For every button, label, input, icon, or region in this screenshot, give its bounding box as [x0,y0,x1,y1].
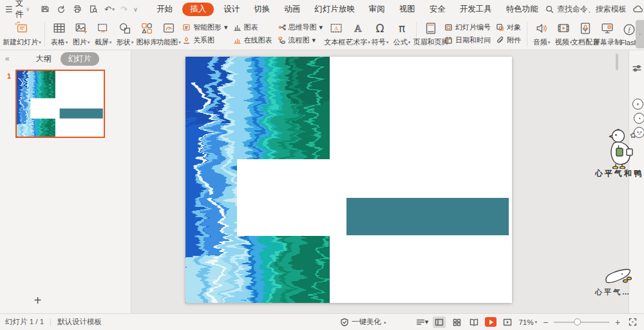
search-icon [545,5,554,14]
caret-down-icon: ▾ [535,320,537,325]
tab-transitions[interactable]: 切换 [247,2,277,17]
paperclip-icon [496,36,504,44]
hamburger-icon: ☰ [5,5,13,14]
caret-up-icon: ▴ [384,320,386,325]
divider [44,22,45,46]
slide-number-button[interactable]: 幻灯片编号 [444,23,491,32]
svg-text:f: f [629,26,631,33]
object-button[interactable]: 对象 [496,23,521,32]
beautify-icon [340,318,349,327]
print-button[interactable] [72,4,82,14]
screenshot-icon: ✂ [96,21,110,36]
flowchart-button[interactable]: 流程图▾ [278,35,323,45]
formula-button[interactable]: π 公式▾ [391,19,413,48]
header-footer-button[interactable]: 页眉和页脚 [420,19,442,48]
smartart-button[interactable]: 智能图形▾ [182,23,228,32]
datetime-button[interactable]: 日期和时间 [444,35,491,45]
file-menu-button[interactable]: ☰ 文件 ∨ [5,0,30,20]
tab-design[interactable]: 设计 [216,2,247,17]
reading-view-button[interactable] [468,316,480,328]
slide-thumbnail[interactable] [15,70,105,138]
add-slide-button[interactable]: + [25,293,51,308]
fit-slide-button[interactable] [626,316,639,328]
new-slide-button[interactable]: 新建幻灯片▾ [3,19,41,48]
pet-plus-button[interactable]: + [632,99,643,110]
wordart-button[interactable]: A 艺术字▾ [347,19,369,48]
sync-status-button[interactable]: 未同步 ▾ [633,4,644,15]
zoom-level-button[interactable]: 71% ▾ [518,318,537,326]
editing-canvas[interactable] [131,50,629,313]
zoom-slider[interactable] [554,318,609,327]
svg-text:A: A [354,23,362,34]
attachment-button[interactable]: 附件 [496,35,521,45]
screen-record-icon [600,21,614,36]
screen-record-button[interactable]: 屏幕录制 [596,19,618,48]
play-icon [489,320,493,325]
audio-icon [535,21,549,36]
command-search[interactable]: 查找命令、搜索模板 [545,4,627,15]
ribbon-scroll-handle[interactable]: › [636,20,644,48]
shapes-button[interactable]: 形状▾ [114,19,136,48]
canvas-scrollbar[interactable] [616,53,618,70]
slide-white-block[interactable] [237,159,331,236]
tab-slides[interactable]: 幻灯片 [61,52,99,66]
normal-view-button[interactable] [433,316,446,328]
relation-diagram-button[interactable]: 关系图 [182,35,228,45]
slide-number-icon [444,23,453,32]
tab-home[interactable]: 开始 [149,2,180,17]
icon-library-icon [140,21,154,36]
tab-review[interactable]: 审阅 [362,2,392,17]
online-chart-icon [233,36,242,44]
chart-button[interactable]: 图表 [233,23,272,32]
tab-outline[interactable]: 大纲 [36,53,52,64]
omega-icon: Ω [376,21,384,36]
icon-library-button[interactable]: 图标库 [136,19,158,48]
svg-text:A: A [334,25,339,32]
textbox-button[interactable]: A 文本框▾ [325,19,347,48]
pet-face-button[interactable] [634,127,644,138]
tab-special-features[interactable]: 特色功能 [499,2,545,17]
ribbon-insert: 新建幻灯片▾ 表格▾ 图片▾ ✂ 截屏▾ 形状▾ [0,18,644,50]
function-diagram-button[interactable]: 功能图▾ [158,19,180,48]
slideshow-play-button[interactable] [485,317,497,327]
undo-button[interactable]: ↶ ▾ [104,5,115,14]
tab-security[interactable]: 安全 [422,2,453,17]
screenshot-button[interactable]: ✂ 截屏▾ [92,19,114,48]
tab-devtools[interactable]: 开发工具 [453,2,499,17]
thumb-white-block [30,98,55,119]
tab-animation[interactable]: 动画 [277,2,307,17]
desktop-pet-duck-diving[interactable] [603,263,632,288]
export-button[interactable] [56,4,66,14]
mindmap-button[interactable]: 思维导图▾ [278,23,323,32]
table-button[interactable]: 表格▾ [48,19,70,48]
slide[interactable] [185,57,512,303]
picture-button[interactable]: 图片▾ [70,19,92,48]
print-preview-button[interactable] [88,4,99,14]
template-name[interactable]: 默认设计模板 [57,317,102,327]
pet-clock-button[interactable]: ◔ [634,113,644,124]
panel-collapse-button[interactable]: « [5,54,10,63]
save-button[interactable] [40,4,50,14]
slide-sorter-view-button[interactable] [450,316,463,328]
notes-toggle-button[interactable]: ▾ [415,316,428,328]
redo-button[interactable]: ↷ [120,5,128,14]
table-icon [52,21,66,36]
one-click-beautify-button[interactable]: 一键美化 ▴ [340,317,386,327]
doc-voice-icon [578,21,592,36]
tab-insert[interactable]: 插入 [182,3,214,16]
zoom-in-button[interactable]: + [614,317,621,327]
slideshow-from-current-button[interactable] [501,316,514,328]
symbol-button[interactable]: Ω 符号▾ [369,19,391,48]
tab-view[interactable]: 视图 [392,2,422,17]
smartart-icon [182,23,191,32]
titlebar: ☰ 文件 ∨ ↶ ▾ ↷ ∨ [0,0,644,18]
online-chart-button[interactable]: 在线图表 [233,35,272,45]
statusbar: 幻灯片 1 / 1 默认设计模板 一键美化 ▴ ▾ [0,313,644,330]
properties-panel-button[interactable] [632,63,642,75]
tab-slideshow[interactable]: 幻灯片放映 [307,2,362,17]
zoom-slider-knob[interactable] [574,318,581,325]
audio-button[interactable]: 音频▾ [531,19,553,48]
zoom-out-button[interactable]: − [542,317,549,327]
slide-teal-block[interactable] [346,198,509,235]
customize-quickbar-button[interactable]: ∨ [133,6,138,13]
